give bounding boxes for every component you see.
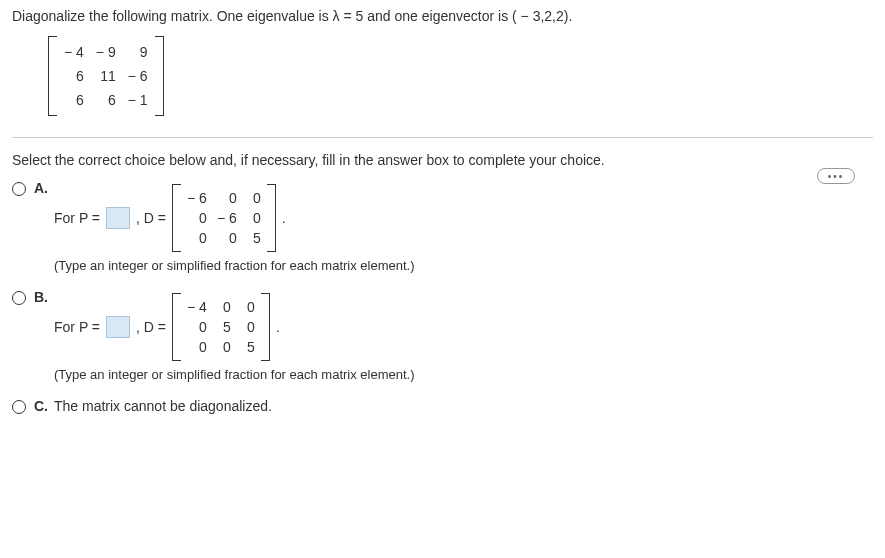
choice-b-hint: (Type an integer or simplified fraction … bbox=[54, 367, 873, 382]
more-options-button[interactable]: ••• bbox=[817, 168, 855, 184]
radio-b[interactable] bbox=[12, 291, 26, 305]
question-text: Diagonalize the following matrix. One ei… bbox=[12, 8, 873, 24]
choice-a-prefix: For P = bbox=[54, 210, 100, 226]
choice-a-hint: (Type an integer or simplified fraction … bbox=[54, 258, 873, 273]
choice-c: C. The matrix cannot be diagonalized. bbox=[12, 398, 873, 414]
choice-a-label: A. bbox=[34, 180, 54, 196]
choice-a-suffix: . bbox=[282, 210, 286, 226]
radio-c[interactable] bbox=[12, 400, 26, 414]
choice-a-matrix-d: − 600 0− 60 005 bbox=[172, 184, 276, 252]
choice-b-label: B. bbox=[34, 289, 54, 305]
choice-b-input-p[interactable] bbox=[106, 316, 130, 338]
choice-b-matrix-d: − 400 050 005 bbox=[172, 293, 270, 361]
choice-c-text: The matrix cannot be diagonalized. bbox=[54, 398, 272, 414]
choice-b-equation: For P = , D = − 400 050 005 . bbox=[54, 293, 873, 361]
divider bbox=[12, 137, 873, 138]
choice-b-suffix: . bbox=[276, 319, 280, 335]
choice-b-mid: , D = bbox=[136, 319, 166, 335]
choice-c-label: C. bbox=[34, 398, 54, 414]
instruction-text: Select the correct choice below and, if … bbox=[12, 152, 873, 168]
choice-a-input-p[interactable] bbox=[106, 207, 130, 229]
choice-a-equation: For P = , D = − 600 0− 60 005 . bbox=[54, 184, 873, 252]
given-matrix: − 4− 99 611− 6 66− 1 bbox=[48, 36, 873, 119]
choice-b: B. For P = , D = − 400 050 005 . (Type a… bbox=[12, 289, 873, 392]
radio-a[interactable] bbox=[12, 182, 26, 196]
choice-b-prefix: For P = bbox=[54, 319, 100, 335]
choice-a-mid: , D = bbox=[136, 210, 166, 226]
choice-a: A. For P = , D = − 600 0− 60 005 . (Type… bbox=[12, 180, 873, 283]
